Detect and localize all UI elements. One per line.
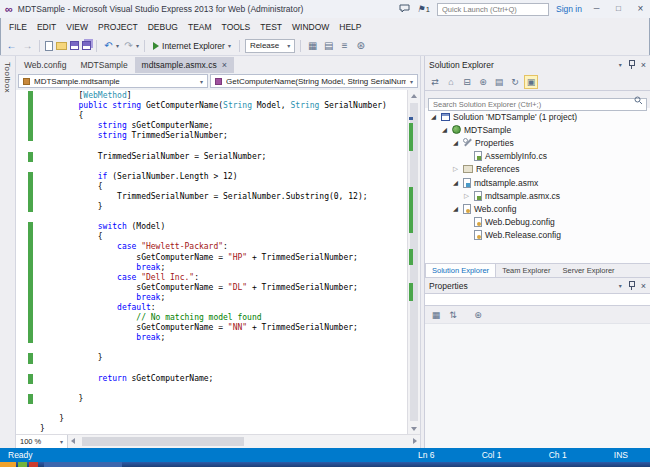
maximize-button[interactable]: □ xyxy=(611,0,626,18)
code-line: // No matching model found xyxy=(16,313,407,323)
alphabetical-icon[interactable]: ⇅ xyxy=(446,308,460,322)
menu-item-edit[interactable]: EDIT xyxy=(32,18,61,36)
zoom-select[interactable]: 100 % ▾ xyxy=(16,435,68,448)
expander-icon[interactable]: ◢ xyxy=(440,126,449,134)
code-area[interactable]: [WebMethod] public string GetComputerNam… xyxy=(16,90,407,434)
menu-item-test[interactable]: TEST xyxy=(255,18,287,36)
notifications-flag-icon[interactable]: ⚑1 xyxy=(417,4,430,14)
tree-item-mdtsample-asmx[interactable]: ◢mdtsample.asmx xyxy=(425,176,650,189)
type-dropdown[interactable]: MDTSample.mdtsample ▾ xyxy=(18,74,208,88)
solution-explorer-icon[interactable]: ▤ xyxy=(322,37,335,55)
menu-item-help[interactable]: HELP xyxy=(334,18,366,36)
property-pages-icon[interactable]: ⊛ xyxy=(471,308,485,322)
redo-icon[interactable]: ↷ xyxy=(122,37,135,55)
sign-in-link[interactable]: Sign in xyxy=(556,4,582,14)
pin-icon[interactable] xyxy=(628,60,635,69)
undo-icon[interactable]: ↶ xyxy=(102,37,115,55)
open-file-icon[interactable] xyxy=(56,42,67,50)
code-line: case "Dell Inc.": xyxy=(16,273,407,283)
scrollbar-track[interactable] xyxy=(408,101,420,423)
tree-item-label: Web.Release.config xyxy=(485,230,561,240)
preview-selected-items-icon[interactable]: ▣ xyxy=(524,75,538,89)
scroll-up-icon[interactable] xyxy=(408,90,420,101)
change-bar xyxy=(16,253,40,263)
close-icon[interactable]: × xyxy=(222,57,227,73)
save-icon[interactable] xyxy=(70,41,79,50)
menu-item-team[interactable]: TEAM xyxy=(183,18,217,36)
expander-icon[interactable]: ▷ xyxy=(451,165,460,173)
close-icon[interactable]: × xyxy=(641,60,646,70)
run-button[interactable]: Internet Explorer▾ xyxy=(150,41,234,51)
new-file-icon[interactable] xyxy=(45,41,53,51)
code-line: string TrimmedSerialNumber; xyxy=(16,131,407,141)
navigate-forward-icon[interactable]: → xyxy=(21,37,34,55)
solution-search-input[interactable] xyxy=(428,98,647,111)
scroll-down-icon[interactable] xyxy=(408,423,420,434)
expander-icon[interactable]: ◢ xyxy=(451,139,460,147)
solution-explorer-header[interactable]: Solution Explorer ▾ × xyxy=(425,56,650,73)
options-icon[interactable]: ⊛ xyxy=(354,37,367,55)
expander-icon[interactable]: ◢ xyxy=(451,205,460,213)
menu-item-tools[interactable]: TOOLS xyxy=(217,18,256,36)
categorized-icon[interactable]: ▦ xyxy=(429,308,443,322)
tree-item-mdtsample-asmx-cs[interactable]: ▷mdtsample.asmx.cs xyxy=(425,189,650,202)
refresh-icon[interactable]: ↻ xyxy=(508,75,522,89)
menu-item-window[interactable]: WINDOW xyxy=(287,18,334,36)
taskbar-app-icon[interactable] xyxy=(18,462,27,467)
panel-tab-server-explorer[interactable]: Server Explorer xyxy=(556,264,620,277)
menu-item-view[interactable]: VIEW xyxy=(61,18,93,36)
feedback-icon[interactable] xyxy=(399,4,410,14)
tree-item-solution-mdtsample-1-project[interactable]: ◢Solution 'MDTSample' (1 project) xyxy=(425,110,650,123)
code-text: break; xyxy=(40,293,165,303)
toolbox-tab[interactable]: Toolbox xyxy=(0,56,16,448)
tree-item-references[interactable]: ▷References xyxy=(425,163,650,176)
configuration-select[interactable]: Release▾ xyxy=(245,39,295,53)
pin-icon[interactable] xyxy=(628,281,635,290)
taskbar-app-button[interactable] xyxy=(44,462,122,467)
tree-item-properties[interactable]: ◢Properties xyxy=(425,136,650,149)
scroll-left-icon[interactable] xyxy=(68,435,80,448)
document-tab-web-config[interactable]: Web.config xyxy=(17,57,73,73)
window-position-icon[interactable]: ▾ xyxy=(619,282,622,289)
properties-icon[interactable]: ⊛ xyxy=(476,75,490,89)
document-tab-mdtsample-asmx-cs[interactable]: mdtsample.asmx.cs× xyxy=(135,57,234,73)
expander-icon[interactable]: ◢ xyxy=(429,113,438,121)
scroll-right-icon[interactable] xyxy=(408,435,420,448)
properties-object-select[interactable] xyxy=(425,293,650,306)
menu-item-file[interactable]: FILE xyxy=(4,18,32,36)
code-editor[interactable]: [WebMethod] public string GetComputerNam… xyxy=(16,90,420,434)
windows-taskbar[interactable] xyxy=(0,462,650,467)
expander-icon[interactable]: ◢ xyxy=(451,179,460,187)
show-all-files-icon[interactable]: ▤ xyxy=(492,75,506,89)
vertical-scrollbar[interactable] xyxy=(407,90,420,434)
taskbar-app-icon[interactable] xyxy=(29,462,38,467)
scrollbar-thumb[interactable] xyxy=(82,437,244,446)
navigate-backward-icon[interactable]: ← xyxy=(5,37,18,55)
tree-item-assemblyinfo-cs[interactable]: AssemblyInfo.cs xyxy=(425,150,650,163)
sync-with-active-document-icon[interactable]: ⇄ xyxy=(428,75,442,89)
taskbar-start-icon[interactable] xyxy=(0,462,16,467)
tree-item-web-release-config[interactable]: Web.Release.config xyxy=(425,229,650,242)
panel-tab-solution-explorer[interactable]: Solution Explorer xyxy=(425,264,496,277)
home-icon[interactable]: ⌂ xyxy=(444,75,458,89)
menu-item-debug[interactable]: DEBUG xyxy=(143,18,183,36)
menu-item-project[interactable]: PROJECT xyxy=(93,18,143,36)
find-in-files-icon[interactable]: ▦ xyxy=(306,37,319,55)
close-icon[interactable]: × xyxy=(641,281,646,291)
save-all-icon[interactable] xyxy=(82,41,91,50)
minimize-button[interactable]: ─ xyxy=(589,0,604,18)
tree-item-web-debug-config[interactable]: Web.Debug.config xyxy=(425,216,650,229)
expander-icon[interactable]: ▷ xyxy=(462,192,471,200)
tree-item-mdtsample[interactable]: ◢MDTSample xyxy=(425,123,650,136)
window-position-icon[interactable]: ▾ xyxy=(619,61,622,68)
close-button[interactable]: × xyxy=(633,0,648,18)
collapse-all-icon[interactable]: ⊟ xyxy=(460,75,474,89)
horizontal-scrollbar[interactable] xyxy=(68,435,420,448)
tree-item-web-config[interactable]: ◢Web.config xyxy=(425,202,650,215)
panel-tab-team-explorer[interactable]: Team Explorer xyxy=(496,264,556,277)
properties-header[interactable]: Properties ▾ × xyxy=(425,277,650,293)
document-tab-mdtsample[interactable]: MDTSample xyxy=(73,57,134,73)
quick-launch-input[interactable] xyxy=(437,3,549,16)
member-dropdown[interactable]: GetComputerName(String Model, String Ser… xyxy=(210,74,418,88)
task-list-icon[interactable]: ≡ xyxy=(338,37,351,55)
